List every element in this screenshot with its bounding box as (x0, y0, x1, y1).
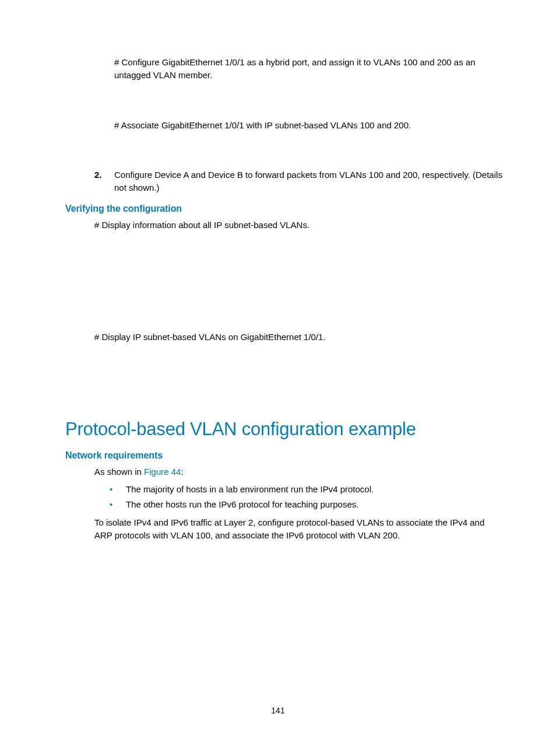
subheading-verifying: Verifying the configuration (65, 204, 504, 214)
config-step-text: # Associate GigabitEthernet 1/0/1 with I… (114, 119, 504, 132)
list-item: The other hosts run the IPv6 protocol fo… (110, 497, 504, 512)
body-paragraph: To isolate IPv4 and IPv6 traffic at Laye… (94, 516, 504, 542)
verify-text: # Display IP subnet-based VLANs on Gigab… (94, 331, 504, 344)
intro-prefix: As shown in (94, 467, 144, 477)
list-item: The majority of hosts in a lab environme… (110, 482, 504, 497)
document-page: # Configure GigabitEthernet 1/0/1 as a h… (0, 0, 556, 542)
bullet-list: The majority of hosts in a lab environme… (65, 482, 504, 512)
verify-text: # Display information about all IP subne… (94, 219, 504, 232)
section-title: Protocol-based VLAN configuration exampl… (65, 419, 504, 440)
intro-line: As shown in Figure 44: (94, 466, 504, 478)
config-step-text: # Configure GigabitEthernet 1/0/1 as a h… (114, 56, 504, 82)
page-number: 141 (0, 706, 556, 715)
numbered-step: 2. Configure Device A and Device B to fo… (94, 169, 504, 194)
step-text: Configure Device A and Device B to forwa… (114, 169, 504, 194)
intro-suffix: : (181, 467, 183, 477)
step-number: 2. (94, 169, 114, 194)
subheading-network-requirements: Network requirements (65, 450, 504, 461)
figure-link[interactable]: Figure 44 (144, 467, 181, 477)
